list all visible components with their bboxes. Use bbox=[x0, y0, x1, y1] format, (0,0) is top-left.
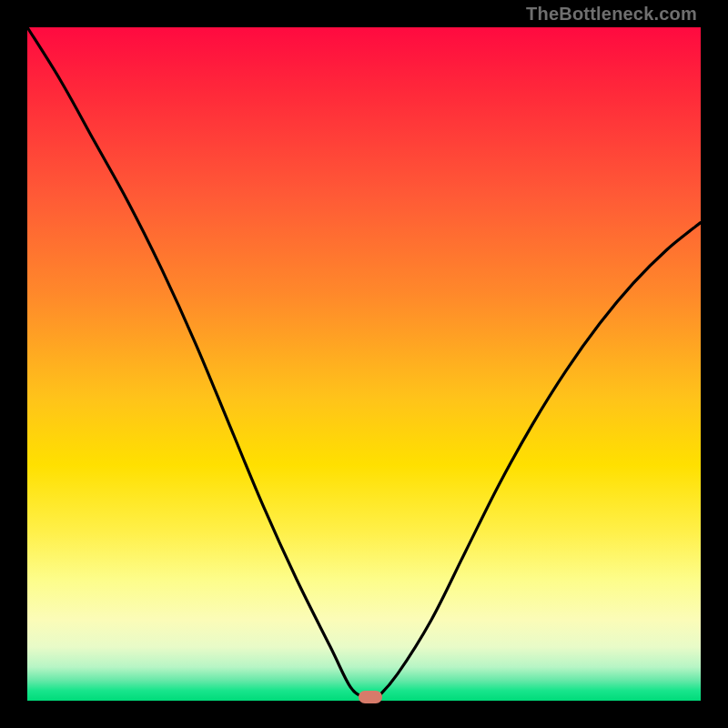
minimum-marker bbox=[359, 691, 382, 703]
plot-area bbox=[27, 27, 701, 701]
chart-frame: TheBottleneck.com bbox=[0, 0, 728, 728]
bottleneck-curve bbox=[27, 27, 701, 701]
watermark-text: TheBottleneck.com bbox=[526, 4, 697, 25]
